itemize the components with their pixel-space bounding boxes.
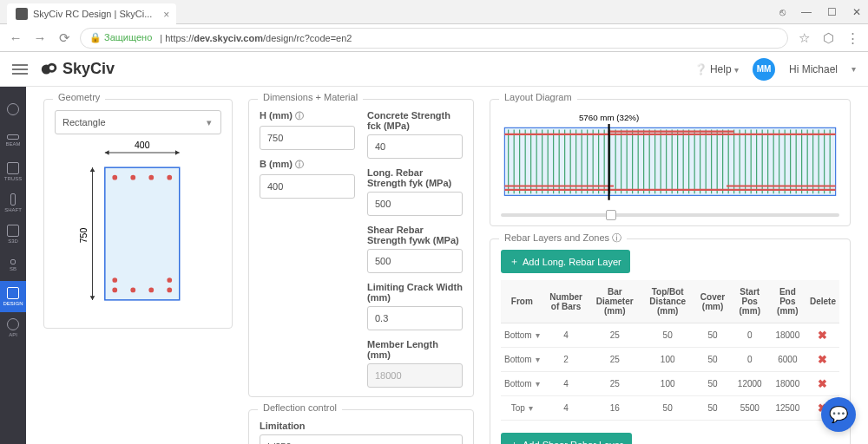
layout-diagram-card: Layout Diagram 5760 mm (32%) — [490, 99, 851, 226]
svg-point-11 — [167, 175, 172, 180]
long-rebar-table: From Number of Bars Bar Diameter (mm) To… — [501, 280, 839, 421]
svg-text:5760 mm (32%): 5760 mm (32%) — [579, 113, 639, 122]
h-input[interactable]: 750 — [260, 126, 355, 150]
svg-point-10 — [148, 175, 154, 180]
menu-icon[interactable]: ⋮ — [844, 30, 861, 46]
help-link[interactable]: ❔ Help ▾ — [694, 63, 739, 75]
length-input[interactable]: 18000 — [367, 363, 463, 388]
hamburger-icon[interactable] — [12, 62, 28, 77]
sidebar-item-api[interactable]: API — [0, 312, 26, 343]
sidebar-item-s3d[interactable]: S3D — [0, 219, 26, 250]
svg-point-16 — [148, 288, 154, 293]
favicon — [16, 8, 28, 20]
svg-point-15 — [130, 288, 135, 293]
sidebar-item-shaft[interactable]: SHAFT — [0, 187, 26, 219]
nav-forward-icon[interactable]: → — [31, 30, 49, 45]
chat-icon: 💬 — [829, 405, 848, 424]
delete-row-icon[interactable]: ✖ — [818, 353, 827, 366]
position-slider[interactable] — [501, 213, 839, 217]
avatar[interactable]: MM — [753, 58, 775, 81]
table-row: Top ▾ 416 5050 550012500 ✖ — [501, 396, 839, 421]
info-icon[interactable]: ⓘ — [612, 232, 621, 243]
from-cell[interactable]: Top ▾ — [501, 396, 543, 421]
table-row: Bottom ▾ 425 10050 1200018000 ✖ — [501, 372, 839, 396]
lock-icon: 🔒 Защищено — [89, 32, 152, 43]
from-cell[interactable]: Bottom ▾ — [501, 372, 543, 396]
brand-text: SkyCiv — [62, 60, 115, 78]
deflection-card: Deflection control Limitation L/250 Load… — [248, 409, 474, 444]
window-close-icon[interactable]: ✕ — [852, 6, 861, 18]
slider-thumb[interactable] — [606, 210, 616, 220]
browser-tab-bar: SkyCiv RC Design | SkyCi... × ⎋ — ☐ ✕ — [0, 0, 868, 24]
browser-address-bar: ← → ⟳ 🔒 Защищено | https://dev.skyciv.co… — [0, 24, 868, 52]
window-minimize-icon[interactable]: — — [801, 6, 812, 18]
logo[interactable]: SkyCiv — [40, 60, 115, 79]
add-shear-rebar-button[interactable]: ＋Add Shear Rebar Layer — [501, 433, 632, 444]
sidebar-item-sb[interactable]: SB — [0, 250, 26, 281]
logo-icon — [40, 60, 59, 79]
sidebar: BEAM TRUSS SHAFT S3D SB DESIGN API — [0, 87, 26, 444]
delete-row-icon[interactable]: ✖ — [818, 329, 827, 342]
sidebar-item-home[interactable] — [0, 94, 26, 125]
sidebar-item-design[interactable]: DESIGN — [0, 281, 26, 312]
tab-title: SkyCiv RC Design | SkyCi... — [33, 9, 152, 19]
fywk-input[interactable]: 500 — [367, 249, 463, 273]
add-long-rebar-button[interactable]: ＋Add Long. Rebar Layer — [501, 250, 630, 273]
svg-text:400: 400 — [135, 140, 150, 150]
svg-point-12 — [112, 278, 117, 283]
nav-back-icon[interactable]: ← — [7, 30, 24, 45]
fyk-input[interactable]: 500 — [367, 192, 463, 216]
panel-title: Layout Diagram — [499, 92, 577, 102]
tab-close-icon[interactable]: × — [163, 9, 169, 21]
chevron-down-icon: ▾ — [529, 403, 533, 413]
nav-reload-icon[interactable]: ⟳ — [56, 30, 73, 46]
crack-input[interactable]: 0.3 — [367, 306, 463, 330]
table-row: Bottom ▾ 425 5050 018000 ✖ — [501, 323, 839, 348]
chevron-down-icon: ▾ — [536, 330, 540, 340]
from-cell[interactable]: Bottom ▾ — [501, 348, 543, 372]
address-field[interactable]: 🔒 Защищено | https://dev.skyciv.com/desi… — [80, 28, 788, 49]
window-maximize-icon[interactable]: ☐ — [827, 6, 837, 18]
svg-point-14 — [112, 288, 117, 293]
sidebar-item-beam[interactable]: BEAM — [0, 125, 26, 156]
from-cell[interactable]: Bottom ▾ — [501, 323, 543, 348]
shield-icon[interactable]: ⬡ — [819, 30, 837, 46]
panel-title: Dimensions + Material — [258, 92, 363, 102]
dimensions-card: Dimensions + Material H (mm) ⓘ 750 B (mm… — [248, 99, 474, 397]
star-icon[interactable]: ☆ — [795, 30, 812, 46]
section-diagram: 400 750 — [55, 134, 221, 317]
chat-widget[interactable]: 💬 — [821, 397, 856, 432]
chevron-down-icon[interactable]: ▾ — [852, 64, 856, 74]
panel-title: Deflection control — [258, 402, 342, 413]
info-icon[interactable]: ⓘ — [295, 160, 304, 169]
layout-diagram: 5760 mm (32%) — [501, 110, 839, 206]
chevron-down-icon: ▾ — [536, 355, 540, 364]
plus-icon: ＋ — [510, 255, 519, 268]
rebar-layers-card: Rebar Layers and Zones ⓘ ＋Add Long. Reba… — [490, 238, 851, 444]
panel-title: Rebar Layers and Zones ⓘ — [499, 232, 627, 245]
shape-select[interactable]: Rectangle — [55, 110, 221, 134]
fck-input[interactable]: 40 — [367, 134, 463, 159]
svg-point-9 — [130, 175, 135, 180]
chevron-down-icon: ▾ — [536, 379, 540, 388]
window-controls: ⎋ — ☐ ✕ — [779, 6, 861, 18]
plus-icon: ＋ — [510, 438, 519, 444]
info-icon[interactable]: ⓘ — [295, 111, 304, 121]
svg-point-8 — [112, 175, 117, 180]
svg-text:750: 750 — [78, 228, 89, 244]
svg-point-13 — [167, 278, 172, 283]
user-greeting: Hi Michael — [789, 63, 838, 75]
svg-point-2 — [49, 65, 55, 70]
user-icon[interactable]: ⎋ — [779, 6, 786, 18]
browser-tab[interactable]: SkyCiv RC Design | SkyCi... × — [7, 3, 176, 24]
b-input[interactable]: 400 — [260, 174, 355, 199]
table-row: Bottom ▾ 225 10050 06000 ✖ — [501, 348, 839, 372]
geometry-card: Geometry Rectangle 400 750 — [43, 99, 233, 329]
sidebar-item-truss[interactable]: TRUSS — [0, 156, 26, 187]
app-header: SkyCiv ❔ Help ▾ MM Hi Michael ▾ — [0, 52, 868, 87]
limitation-select[interactable]: L/250 — [260, 434, 463, 444]
panel-title: Geometry — [53, 92, 105, 102]
delete-row-icon[interactable]: ✖ — [818, 377, 827, 390]
svg-point-17 — [167, 288, 172, 293]
